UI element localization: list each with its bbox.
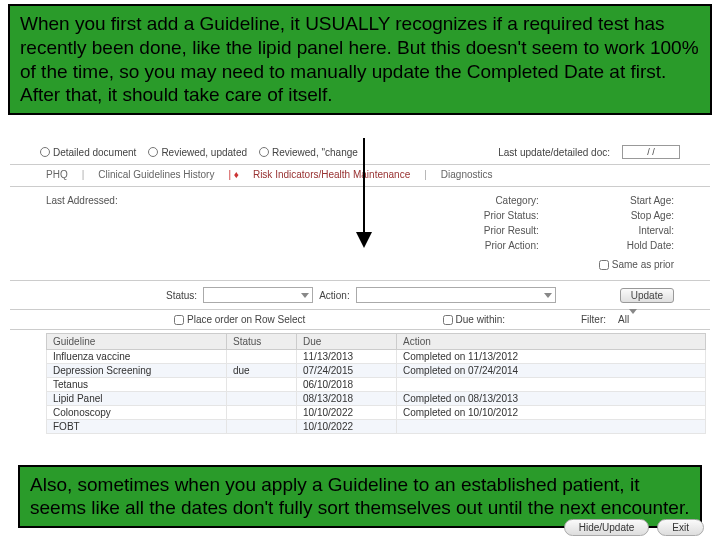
table-row[interactable]: Influenza vaccine11/13/2013Completed on … bbox=[47, 350, 706, 364]
table-cell: Tetanus bbox=[47, 378, 227, 392]
prior-action-label: Prior Action: bbox=[485, 240, 539, 251]
tab-clinical-guidelines[interactable]: Clinical Guidelines History bbox=[98, 169, 214, 180]
status-action-row: Status: Action: Update bbox=[10, 281, 710, 310]
exit-button[interactable]: Exit bbox=[657, 519, 704, 536]
interval-label: Interval: bbox=[638, 225, 674, 236]
svg-marker-1 bbox=[356, 232, 372, 248]
place-order-checkbox[interactable]: Place order on Row Select bbox=[174, 314, 305, 325]
due-within-checkbox[interactable]: Due within: bbox=[443, 314, 505, 325]
table-cell: 06/10/2018 bbox=[297, 378, 397, 392]
status-select[interactable] bbox=[203, 287, 313, 303]
col-action[interactable]: Action bbox=[397, 334, 706, 350]
chevron-down-icon bbox=[544, 293, 552, 298]
last-update-label: Last update/detailed doc: bbox=[498, 147, 610, 158]
table-cell: 08/13/2018 bbox=[297, 392, 397, 406]
table-cell bbox=[227, 350, 297, 364]
start-age-label: Start Age: bbox=[630, 195, 674, 206]
col-guideline[interactable]: Guideline bbox=[47, 334, 227, 350]
table-cell: Completed on 08/13/2013 bbox=[397, 392, 706, 406]
filter-row: Place order on Row Select Due within: Fi… bbox=[10, 310, 710, 330]
action-label: Action: bbox=[319, 290, 350, 301]
table-cell: 10/10/2022 bbox=[297, 420, 397, 434]
table-cell bbox=[227, 406, 297, 420]
table-cell: 10/10/2022 bbox=[297, 406, 397, 420]
table-cell: Colonoscopy bbox=[47, 406, 227, 420]
guidelines-table: Guideline Status Due Action Influenza va… bbox=[46, 333, 706, 434]
table-cell: 07/24/2015 bbox=[297, 364, 397, 378]
table-cell: Depression Screening bbox=[47, 364, 227, 378]
table-cell: Completed on 07/24/2014 bbox=[397, 364, 706, 378]
callout-top: When you first add a Guideline, it USUAL… bbox=[8, 4, 712, 115]
table-cell: Completed on 10/10/2012 bbox=[397, 406, 706, 420]
table-cell bbox=[227, 378, 297, 392]
table-cell bbox=[397, 420, 706, 434]
table-cell: 11/13/2013 bbox=[297, 350, 397, 364]
table-cell: due bbox=[227, 364, 297, 378]
action-select[interactable] bbox=[356, 287, 556, 303]
table-row[interactable]: Colonoscopy10/10/2022Completed on 10/10/… bbox=[47, 406, 706, 420]
chevron-down-icon bbox=[629, 309, 637, 325]
last-addressed-label: Last Addressed: bbox=[46, 195, 166, 206]
hold-date-label: Hold Date: bbox=[627, 240, 674, 251]
table-cell: FOBT bbox=[47, 420, 227, 434]
table-cell: Influenza vaccine bbox=[47, 350, 227, 364]
tab-diagnostics[interactable]: Diagnostics bbox=[441, 169, 493, 180]
table-row[interactable]: FOBT10/10/2022 bbox=[47, 420, 706, 434]
prior-status-label: Prior Status: bbox=[484, 210, 539, 221]
category-label: Category: bbox=[495, 195, 538, 206]
table-row[interactable]: Lipid Panel08/13/2018Completed on 08/13/… bbox=[47, 392, 706, 406]
filter-select[interactable]: All bbox=[614, 314, 674, 325]
update-button[interactable]: Update bbox=[620, 288, 674, 303]
radio-reviewed-updated[interactable]: Reviewed, updated bbox=[148, 147, 247, 158]
chevron-down-icon bbox=[301, 293, 309, 298]
radio-reviewed-change[interactable]: Reviewed, "change bbox=[259, 147, 358, 158]
prior-result-label: Prior Result: bbox=[484, 225, 539, 236]
last-update-date[interactable]: / / bbox=[622, 145, 680, 159]
table-cell: Lipid Panel bbox=[47, 392, 227, 406]
table-cell bbox=[227, 392, 297, 406]
same-as-prior-checkbox[interactable]: Same as prior bbox=[599, 259, 674, 270]
status-label: Status: bbox=[166, 290, 197, 301]
col-status[interactable]: Status bbox=[227, 334, 297, 350]
hide-update-button[interactable]: Hide/Update bbox=[564, 519, 650, 536]
tab-phq[interactable]: PHQ bbox=[46, 169, 68, 180]
table-cell bbox=[397, 378, 706, 392]
arrow-pointer bbox=[351, 138, 377, 248]
table-row[interactable]: Tetanus06/10/2018 bbox=[47, 378, 706, 392]
table-cell bbox=[227, 420, 297, 434]
radio-detailed[interactable]: Detailed document bbox=[40, 147, 136, 158]
bottom-buttons: Hide/Update Exit bbox=[564, 519, 704, 536]
stop-age-label: Stop Age: bbox=[631, 210, 674, 221]
tab-risk-indicators[interactable]: Risk Indicators/Health Maintenance bbox=[253, 169, 410, 180]
col-due[interactable]: Due bbox=[297, 334, 397, 350]
filter-label: Filter: bbox=[581, 314, 606, 325]
table-cell: Completed on 11/13/2012 bbox=[397, 350, 706, 364]
table-row[interactable]: Depression Screeningdue07/24/2015Complet… bbox=[47, 364, 706, 378]
